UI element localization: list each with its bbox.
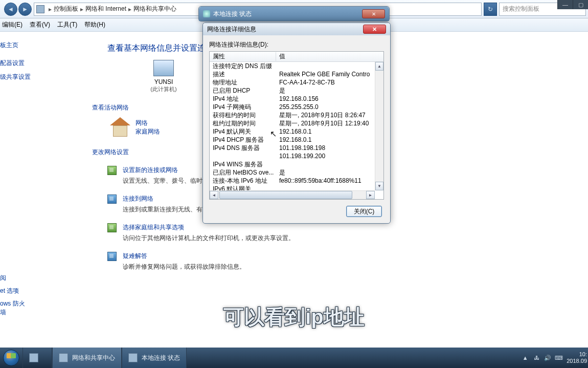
sidebar-home[interactable]: 板主页	[0, 41, 29, 50]
breadcrumb-item[interactable]: 网络和 Internet	[85, 5, 126, 13]
network-name: 网络	[135, 119, 160, 127]
nav-back-button[interactable]: ◄	[4, 3, 17, 16]
scroll-left-icon[interactable]: ◄	[210, 191, 218, 199]
property-cell: IPv4 子网掩码	[210, 103, 276, 111]
sidebar-item-adapter[interactable]: 配器设置	[0, 59, 29, 68]
breadcrumb-sep-icon: ▸	[49, 6, 52, 13]
value-cell: 是	[276, 86, 383, 95]
start-button[interactable]	[0, 348, 22, 368]
list-row[interactable]: IPv4 WINS 服务器	[210, 160, 383, 168]
list-row[interactable]: 已启用 DHCP是	[210, 86, 383, 95]
nav-forward-button[interactable]: ►	[18, 3, 32, 16]
task-link[interactable]: 设置新的连接或网络	[123, 166, 178, 174]
scroll-right-icon[interactable]: ►	[366, 191, 375, 199]
value-cell	[276, 62, 383, 70]
tray-date[interactable]: 2018.09	[567, 358, 587, 364]
menu-edit[interactable]: 编辑(E)	[2, 20, 22, 29]
status-dialog: 本地连接 状态 ✕	[198, 6, 390, 21]
list-row[interactable]: 获得租约的时间星期一, 2018年9月10日 8:26:47	[210, 111, 383, 119]
details-list-label: 网络连接详细信息(D):	[209, 40, 384, 49]
list-row[interactable]: 物理地址FC-AA-14-72-8C-7B	[210, 78, 383, 86]
breadcrumb-item[interactable]: 网络和共享中心	[133, 5, 176, 13]
window-chrome: — ▢	[557, 0, 588, 9]
list-row[interactable]: 101.198.199.200	[210, 152, 383, 160]
tray-volume-icon[interactable]: 🔊	[544, 354, 551, 361]
sidebar-item-advshare[interactable]: 级共享设置	[0, 73, 29, 81]
task-homegroup: 选择家庭组和共享选项 访问位于其他网络计算机上的文件和打印机，或更改共享设置。	[107, 223, 573, 243]
column-property[interactable]: 属性	[210, 52, 276, 61]
list-row[interactable]: IPv4 地址192.168.0.156	[210, 95, 383, 103]
task-link[interactable]: 选择家庭组和共享选项	[123, 224, 184, 231]
taskbar-item-connection-status[interactable]: 本地连接 状态	[122, 348, 187, 368]
property-cell: 物理地址	[210, 78, 276, 86]
minimize-button[interactable]: —	[557, 0, 573, 9]
tray-network-icon[interactable]: 🖧	[533, 354, 540, 361]
vertical-scrollbar[interactable]: ▲ ▼	[375, 62, 383, 190]
property-cell: 已启用 DHCP	[210, 86, 276, 95]
maximize-button[interactable]: ▢	[573, 0, 588, 9]
scroll-down-icon[interactable]: ▼	[375, 182, 383, 190]
details-dialog: 网络连接详细信息 ✕ 网络连接详细信息(D): 属性 值 连接特定的 DNS 后…	[202, 23, 391, 224]
task-desc: 访问位于其他网络计算机上的文件和打印机，或更改共享设置。	[123, 234, 295, 243]
computer-sub: (此计算机)	[138, 85, 189, 93]
list-row[interactable]: IPv4 默认网关192.168.0.1	[210, 127, 383, 136]
scroll-thumb[interactable]	[219, 191, 352, 199]
scroll-up-icon[interactable]: ▲	[375, 62, 383, 71]
value-cell: 192.168.0.1	[276, 136, 383, 144]
control-panel-icon	[36, 5, 44, 13]
property-cell: IPv4 WINS 服务器	[210, 160, 276, 168]
horizontal-scrollbar[interactable]: ◄ ►	[210, 190, 375, 199]
computer-name: YUNSI	[138, 78, 189, 85]
taskbar-item-label: 网络和共享中心	[72, 354, 115, 362]
details-dialog-title: 网络连接详细信息	[207, 25, 256, 34]
list-row[interactable]: 已启用 NetBIOS ove...是	[210, 168, 383, 177]
list-row[interactable]: 连接特定的 DNS 后缀	[210, 62, 383, 70]
breadcrumb-item[interactable]: 控制面板	[54, 5, 78, 13]
value-cell: 101.198.198.198	[276, 144, 383, 152]
refresh-button[interactable]: ↻	[484, 3, 497, 16]
tray-time[interactable]: 10:	[567, 351, 587, 358]
details-list: 属性 值 连接特定的 DNS 后缀描述Realtek PCIe GBE Fami…	[209, 51, 384, 200]
tray-up-icon[interactable]: ▲	[522, 354, 529, 361]
taskbar-item-label: 本地连接 状态	[142, 354, 180, 362]
connect-network-icon	[107, 194, 117, 204]
menu-help[interactable]: 帮助(H)	[84, 20, 105, 29]
details-dialog-titlebar[interactable]: 网络连接详细信息 ✕	[203, 23, 390, 35]
tray-ime-icon[interactable]: ⌨	[555, 354, 562, 361]
value-cell: fe80::89f5:59ba:40ff:1688%11	[276, 177, 383, 185]
taskbar-item-network-center[interactable]: 网络和共享中心	[52, 348, 122, 368]
menu-tools[interactable]: 工具(T)	[57, 20, 77, 29]
list-row[interactable]: IPv4 DNS 服务器101.198.198.198	[210, 144, 383, 152]
list-row[interactable]: IPv4 子网掩码255.255.255.0	[210, 103, 383, 111]
task-link[interactable]: 连接到网络	[123, 195, 153, 202]
network-type-link[interactable]: 家庭网络	[135, 127, 160, 136]
taskbar: 网络和共享中心 本地连接 状态 ▲ 🖧 🔊 ⌨ 10: 2018.09	[0, 348, 588, 368]
value-cell: 192.168.0.156	[276, 95, 383, 103]
column-value[interactable]: 值	[276, 52, 383, 61]
close-button[interactable]: ✕	[363, 25, 386, 34]
list-row[interactable]: IPv4 DHCP 服务器192.168.0.1	[210, 136, 383, 144]
close-button[interactable]: ✕	[362, 9, 385, 18]
list-row[interactable]: 租约过期的时间星期一, 2018年9月10日 12:19:40	[210, 119, 383, 127]
taskbar-pinned-explorer[interactable]	[22, 348, 52, 368]
close-button[interactable]: 关闭(C)	[346, 206, 382, 217]
connection-status-icon	[128, 353, 138, 362]
menu-view[interactable]: 查看(V)	[30, 20, 50, 29]
network-center-icon	[59, 353, 68, 362]
status-dialog-titlebar[interactable]: 本地连接 状态 ✕	[199, 7, 389, 21]
property-cell	[210, 152, 276, 160]
network-icon	[203, 10, 210, 17]
task-link[interactable]: 疑难解答	[123, 252, 147, 259]
seealso-item[interactable]: et 选项	[0, 287, 31, 295]
list-row[interactable]: 描述Realtek PCIe GBE Family Contro	[210, 70, 383, 78]
setup-connection-icon	[107, 166, 117, 175]
value-cell	[276, 160, 383, 168]
list-header: 属性 值	[210, 52, 383, 62]
list-row[interactable]: 连接-本地 IPv6 地址fe80::89f5:59ba:40ff:1688%1…	[210, 177, 383, 185]
value-cell: 101.198.199.200	[276, 152, 383, 160]
sidebar-seealso: 阅 et 选项 ows 防火墙	[0, 270, 31, 317]
property-cell: 已启用 NetBIOS ove...	[210, 168, 276, 177]
breadcrumb-sep-icon: ▸	[128, 6, 131, 13]
seealso-item[interactable]: ows 防火墙	[0, 299, 31, 317]
value-cell: 星期一, 2018年9月10日 12:19:40	[276, 119, 383, 127]
